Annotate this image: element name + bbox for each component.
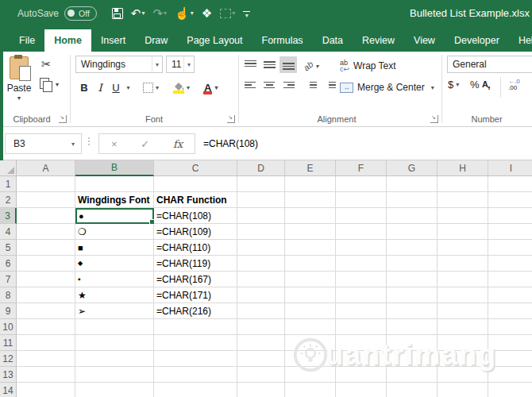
cell-A6[interactable] — [17, 256, 75, 272]
chevron-down-icon[interactable]: ▾ — [232, 10, 235, 17]
cell-E1[interactable] — [285, 176, 336, 192]
cell-F11[interactable] — [336, 335, 387, 351]
cell-D4[interactable] — [237, 224, 285, 240]
tab-home[interactable]: Home — [44, 29, 91, 52]
underline-button[interactable]: U — [110, 79, 122, 96]
cell-A12[interactable] — [17, 351, 75, 367]
enter-button[interactable]: ✓ — [141, 138, 149, 150]
cell-H7[interactable] — [438, 272, 488, 287]
row-header-6[interactable]: 6 — [0, 256, 17, 272]
cell-B6[interactable]: ◆ — [75, 256, 154, 272]
cell-E10[interactable] — [285, 319, 336, 335]
cell-A8[interactable] — [17, 287, 75, 303]
cell-F1[interactable] — [336, 176, 387, 192]
cell-D12[interactable] — [237, 351, 285, 367]
chevron-down-icon[interactable]: ▾ — [71, 141, 81, 148]
cell-C3[interactable]: =CHAR(108) — [154, 208, 237, 224]
cell-D5[interactable] — [237, 240, 285, 256]
touch-mode-button[interactable]: ☝▾ — [172, 5, 196, 22]
tab-view[interactable]: View — [404, 29, 445, 52]
cell-H12[interactable] — [438, 351, 488, 367]
column-header-E[interactable]: E — [285, 160, 336, 176]
cell-C8[interactable]: =CHAR(171) — [154, 287, 237, 303]
cell-E2[interactable] — [285, 192, 336, 208]
row-header-1[interactable]: 1 — [0, 176, 17, 192]
cell-D11[interactable] — [237, 335, 285, 351]
cell-I6[interactable] — [488, 256, 532, 272]
cell-D9[interactable] — [237, 303, 285, 319]
cell-B2[interactable]: Wingdings Font — [75, 192, 154, 208]
cell-G11[interactable] — [387, 335, 438, 351]
cell-D10[interactable] — [237, 319, 285, 335]
autosave-toggle[interactable]: Off — [64, 6, 97, 21]
cell-D7[interactable] — [237, 272, 285, 287]
cell-C10[interactable] — [154, 319, 237, 335]
cell-D8[interactable] — [237, 287, 285, 303]
cell-B7[interactable]: ▪ — [75, 272, 154, 287]
cell-B10[interactable] — [75, 319, 154, 335]
cell-E14[interactable] — [285, 383, 336, 397]
cell-B12[interactable] — [75, 351, 154, 367]
cell-I4[interactable] — [488, 224, 532, 240]
cell-E3[interactable] — [285, 208, 336, 224]
cell-C2[interactable]: CHAR Function — [154, 192, 237, 208]
cell-G12[interactable] — [387, 351, 438, 367]
cancel-button[interactable]: × — [111, 138, 118, 150]
cell-B11[interactable] — [75, 335, 154, 351]
cell-C1[interactable] — [154, 176, 237, 192]
autosave-control[interactable]: AutoSave Off — [17, 6, 97, 21]
cell-C14[interactable] — [154, 383, 237, 397]
cell-H5[interactable] — [438, 240, 488, 256]
cell-D1[interactable] — [237, 176, 285, 192]
customize-qat-button[interactable]: ▾ — [241, 7, 253, 20]
copy-button[interactable] — [40, 78, 49, 89]
column-header-H[interactable]: H — [438, 160, 488, 176]
cell-B4[interactable]: ❍ — [75, 224, 154, 240]
cell-I14[interactable] — [488, 383, 532, 397]
selection-button[interactable]: ▾ — [218, 7, 237, 20]
cell-F13[interactable] — [336, 367, 387, 383]
cell-H4[interactable] — [438, 224, 488, 240]
cell-I8[interactable] — [488, 287, 532, 303]
decrease-indent-button[interactable] — [302, 78, 319, 94]
cell-A3[interactable] — [17, 208, 75, 224]
cell-G1[interactable] — [387, 176, 438, 192]
cell-C7[interactable]: =CHAR(167) — [154, 272, 237, 287]
column-header-F[interactable]: F — [336, 160, 387, 176]
chevron-down-icon[interactable]: ▾ — [431, 84, 434, 91]
cell-I9[interactable] — [488, 303, 532, 319]
name-box[interactable]: B3 ▾ — [5, 133, 82, 154]
align-right-button[interactable] — [279, 78, 297, 94]
chevron-down-icon[interactable]: ▾ — [456, 81, 459, 88]
middle-align-button[interactable] — [260, 56, 278, 73]
align-center-button[interactable] — [260, 78, 278, 94]
cell-H14[interactable] — [438, 383, 488, 397]
cell-E9[interactable] — [285, 303, 336, 319]
column-header-A[interactable]: A — [17, 160, 75, 176]
cell-C13[interactable] — [154, 367, 237, 383]
font-dialog-launcher[interactable]: ↘ — [227, 115, 235, 123]
cell-G8[interactable] — [387, 287, 438, 303]
chevron-down-icon[interactable]: ▾ — [17, 94, 21, 102]
cell-F3[interactable] — [336, 208, 387, 224]
cell-E7[interactable] — [285, 272, 336, 287]
column-header-D[interactable]: D — [237, 160, 285, 176]
fill-color-button[interactable]: ▾ — [173, 79, 190, 96]
tab-insert[interactable]: Insert — [91, 29, 135, 52]
cell-I3[interactable] — [488, 208, 532, 224]
cell-G4[interactable] — [387, 224, 438, 240]
row-header-2[interactable]: 2 — [0, 192, 17, 208]
cell-A11[interactable] — [17, 335, 75, 351]
increase-indent-button[interactable] — [321, 78, 338, 94]
cell-F10[interactable] — [336, 319, 387, 335]
row-header-5[interactable]: 5 — [0, 240, 17, 256]
cell-I11[interactable] — [488, 335, 532, 351]
select-all-corner[interactable] — [0, 160, 17, 176]
cell-I13[interactable] — [488, 367, 532, 383]
cell-B13[interactable] — [75, 367, 154, 383]
cell-F9[interactable] — [336, 303, 387, 319]
cell-D6[interactable] — [237, 256, 285, 272]
cell-E5[interactable] — [285, 240, 336, 256]
font-size-combo[interactable]: 11 ▾ — [166, 56, 195, 73]
cell-A7[interactable] — [17, 272, 75, 287]
